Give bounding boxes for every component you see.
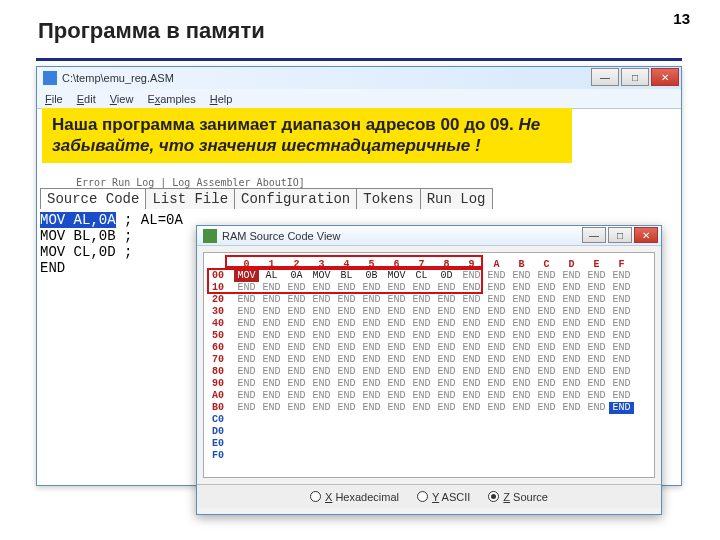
tab-list-file[interactable]: List File: [145, 188, 235, 209]
callout-text-1: Наша программа занимает диапазон адресов…: [52, 115, 518, 134]
ram-cell: END: [584, 390, 609, 402]
close-button[interactable]: ✕: [651, 68, 679, 86]
ram-cell: END: [384, 366, 409, 378]
ram-cell: END: [359, 318, 384, 330]
ram-cell: END: [434, 282, 459, 294]
ram-cell: END: [384, 354, 409, 366]
ram-cell: END: [284, 378, 309, 390]
maximize-button[interactable]: □: [621, 68, 649, 86]
ram-cell: END: [334, 342, 359, 354]
ram-footer: X Hexadecimal Y ASCII Z Source: [197, 484, 661, 508]
row-addr: B0: [212, 402, 234, 414]
ram-cell: END: [609, 330, 634, 342]
ram-cell: END: [609, 282, 634, 294]
ram-cell: END: [384, 318, 409, 330]
ram-cell: BL: [334, 270, 359, 282]
ram-cell: END: [409, 282, 434, 294]
ram-cell: END: [234, 318, 259, 330]
editor-line-2: MOV BL,0B ;: [40, 228, 132, 244]
ram-cell: END: [609, 378, 634, 390]
radio-hex[interactable]: X Hexadecimal: [310, 491, 399, 503]
col-head: F: [609, 259, 634, 270]
menu-file[interactable]: File: [45, 93, 63, 105]
ram-cell: END: [484, 366, 509, 378]
ram-icon: [203, 229, 217, 243]
ram-cell: END: [309, 318, 334, 330]
ram-cell: END: [584, 354, 609, 366]
ram-minimize-button[interactable]: —: [582, 227, 606, 243]
ram-cell: END: [334, 378, 359, 390]
ram-cell: END: [459, 306, 484, 318]
ram-cell: END: [284, 390, 309, 402]
tab-configuration[interactable]: Configuration: [234, 188, 357, 209]
radio-ascii[interactable]: Y ASCII: [417, 491, 470, 503]
ram-cell: END: [484, 306, 509, 318]
ram-cell: END: [284, 366, 309, 378]
tab-source-code[interactable]: Source Code: [40, 188, 146, 209]
page-number: 13: [673, 10, 690, 27]
ram-cell: END: [509, 366, 534, 378]
ram-cell: END: [534, 366, 559, 378]
ram-cell: END: [384, 282, 409, 294]
ram-cell: END: [484, 378, 509, 390]
ram-cell: END: [584, 366, 609, 378]
ram-cell: END: [384, 330, 409, 342]
ram-cell: END: [284, 354, 309, 366]
row-addr: 40: [212, 318, 234, 330]
editor-line-4: END: [40, 260, 65, 276]
col-head: E: [584, 259, 609, 270]
ram-cell: 0D: [434, 270, 459, 282]
menu-edit[interactable]: Edit: [77, 93, 96, 105]
ram-cell: END: [609, 390, 634, 402]
ram-cell: END: [334, 294, 359, 306]
ram-cell: END: [484, 330, 509, 342]
ram-cell: END: [584, 318, 609, 330]
ram-cell: END: [409, 402, 434, 414]
ram-cell: END: [409, 378, 434, 390]
ram-cell: END: [509, 270, 534, 282]
menu-examples[interactable]: Examples: [147, 93, 195, 105]
slide-title: Программа в памяти: [38, 18, 265, 44]
ram-cell: END: [559, 354, 584, 366]
ram-maximize-button[interactable]: □: [608, 227, 632, 243]
ram-cell: END: [559, 378, 584, 390]
ram-cell: END: [234, 366, 259, 378]
tab-run-log[interactable]: Run Log: [420, 188, 493, 209]
ram-cell: END: [409, 354, 434, 366]
ram-cell: END: [459, 378, 484, 390]
ram-cell: AL: [259, 270, 284, 282]
ram-cell: END: [534, 330, 559, 342]
radio-source[interactable]: Z Source: [488, 491, 548, 503]
tab-tokens[interactable]: Tokens: [356, 188, 420, 209]
ram-cell: END: [309, 330, 334, 342]
ram-window-titlebar: RAM Source Code View — □ ✕: [197, 226, 661, 246]
ram-cell: END: [509, 342, 534, 354]
ram-cell: END: [434, 354, 459, 366]
ram-cell: END: [459, 354, 484, 366]
ram-cell: END: [259, 318, 284, 330]
row-addr: 00: [212, 270, 234, 282]
ram-cell: END: [409, 318, 434, 330]
ram-cell: END: [584, 282, 609, 294]
ram-cell: END: [334, 402, 359, 414]
ram-cell: END: [234, 306, 259, 318]
ram-cell: END: [309, 342, 334, 354]
menu-help[interactable]: Help: [210, 93, 233, 105]
ram-cell: END: [534, 354, 559, 366]
ram-cell: END: [309, 402, 334, 414]
col-head: 7: [409, 259, 434, 270]
ram-cell: END: [409, 306, 434, 318]
minimize-button[interactable]: —: [591, 68, 619, 86]
ram-cell: END: [484, 270, 509, 282]
ram-cell: END: [559, 282, 584, 294]
row-addr: 20: [212, 294, 234, 306]
ram-close-button[interactable]: ✕: [634, 227, 658, 243]
menu-view[interactable]: View: [110, 93, 134, 105]
ram-cell: END: [359, 306, 384, 318]
ram-cell: END: [434, 294, 459, 306]
row-addr: A0: [212, 390, 234, 402]
title-rule: [36, 58, 682, 61]
ram-cell: END: [359, 378, 384, 390]
ram-cell: END: [584, 342, 609, 354]
ram-cell: END: [409, 390, 434, 402]
